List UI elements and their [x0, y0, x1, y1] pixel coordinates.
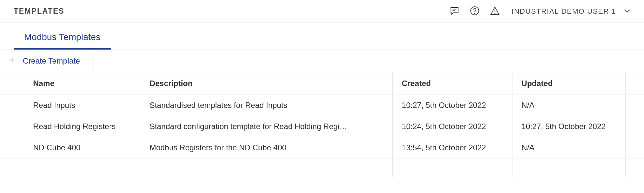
warning-icon [490, 6, 500, 17]
templates-table: Name Description Created Updated Read In… [0, 72, 644, 177]
actions-bar: Create Template [0, 50, 644, 72]
column-header-name[interactable]: Name [24, 72, 140, 95]
cell-name: ND Cube 400 [24, 137, 140, 158]
svg-point-5 [495, 13, 496, 14]
row-end [626, 95, 644, 116]
svg-point-3 [475, 13, 475, 14]
user-name: INDUSTRIAL DEMO USER 1 [511, 7, 616, 16]
tabs: Modbus Templates [0, 23, 644, 50]
cell-updated: N/A [512, 137, 625, 158]
cell-name: Read Holding Registers [24, 116, 140, 137]
tab-label: Modbus Templates [24, 32, 101, 42]
table-row-empty [0, 158, 644, 177]
top-bar: TEMPLATES [0, 0, 644, 23]
row-end [626, 116, 644, 137]
table-row[interactable]: Read Holding Registers Standard configur… [0, 116, 644, 137]
cell-description: Modbus Registers for the ND Cube 400 [140, 137, 393, 158]
plus-icon [8, 56, 16, 66]
table-row[interactable]: Read Inputs Standardised templates for R… [0, 95, 644, 116]
cell-created: 10:24, 5th October 2022 [393, 116, 512, 137]
user-dropdown[interactable]: INDUSTRIAL DEMO USER 1 [511, 7, 630, 16]
cell-created: 10:27, 5th October 2022 [393, 95, 512, 116]
table-header-row: Name Description Created Updated [0, 72, 644, 95]
column-header-created[interactable]: Created [393, 72, 512, 95]
create-template-label: Create Template [23, 56, 80, 66]
cell-updated: 10:27, 5th October 2022 [512, 116, 625, 137]
page-title: TEMPLATES [14, 7, 64, 16]
column-header-updated[interactable]: Updated [512, 72, 625, 95]
top-bar-right: INDUSTRIAL DEMO USER 1 [450, 6, 630, 17]
messages-button[interactable] [450, 6, 459, 17]
column-spacer [0, 72, 24, 95]
alerts-button[interactable] [490, 6, 500, 17]
chevron-down-icon [624, 8, 630, 14]
cell-description: Standardised templates for Read Inputs [140, 95, 393, 116]
chat-icon [450, 6, 459, 17]
cell-created: 13:54, 5th October 2022 [393, 137, 512, 158]
cell-updated: N/A [512, 95, 625, 116]
tab-modbus-templates[interactable]: Modbus Templates [14, 23, 111, 50]
cell-name: Read Inputs [24, 95, 140, 116]
column-end [626, 72, 644, 95]
help-icon [470, 6, 480, 17]
row-spacer [0, 116, 24, 137]
row-spacer [0, 95, 24, 116]
cell-description: Standard configuration template for Read… [140, 116, 393, 137]
help-button[interactable] [470, 6, 480, 17]
row-end [626, 137, 644, 158]
table-row[interactable]: ND Cube 400 Modbus Registers for the ND … [0, 137, 644, 158]
row-spacer [0, 137, 24, 158]
top-bar-icons [450, 6, 500, 17]
create-template-button[interactable]: Create Template [0, 50, 93, 72]
column-header-description[interactable]: Description [140, 72, 393, 95]
